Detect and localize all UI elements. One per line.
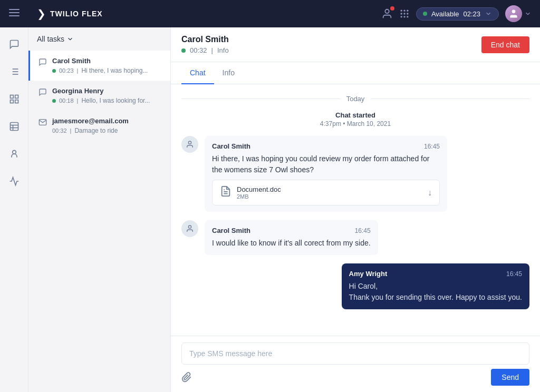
sidebar-chart-icon[interactable] <box>6 173 23 190</box>
task-chat-icon <box>38 58 47 68</box>
attach-button[interactable] <box>181 372 192 383</box>
status-pill[interactable]: Available 02:23 <box>416 7 499 21</box>
file-size: 2MB <box>237 193 422 200</box>
svg-point-27 <box>407 16 408 17</box>
svg-rect-9 <box>10 95 13 99</box>
task-item[interactable]: Georgina Henry 00:18 | Hello, I was look… <box>28 81 170 111</box>
message-bubble: Carol Smith 16:45 I would like to know i… <box>205 220 378 255</box>
svg-point-25 <box>400 16 402 17</box>
agent-message-bubble: Amy Wright 16:45 Hi Carol,Thank you for … <box>342 263 529 309</box>
svg-point-19 <box>400 10 402 12</box>
messages-area: Today Chat started 4:37pm • March 10, 20… <box>171 84 540 336</box>
svg-rect-1 <box>9 12 20 13</box>
message-group: Carol Smith 16:45 Hi there, I was hoping… <box>181 136 529 212</box>
chat-started: Chat started 4:37pm • March 10, 2021 <box>181 111 529 128</box>
message-time: 16:45 <box>355 227 371 234</box>
tab-chat[interactable]: Chat <box>181 62 214 84</box>
app-name: TWILIO FLEX <box>50 9 103 18</box>
task-preview: Hello, I was looking for... <box>81 97 150 104</box>
chat-tabs: Chat Info <box>171 62 540 84</box>
chat-timer: 00:32 <box>190 46 207 54</box>
notification-badge <box>390 6 394 11</box>
sidebar-list-icon[interactable] <box>6 63 23 80</box>
svg-point-20 <box>403 10 405 12</box>
status-indicator <box>423 12 427 16</box>
task-item[interactable]: jamesmore@email.com 00:32 | Damage to ri… <box>28 111 170 141</box>
svg-rect-11 <box>10 100 13 103</box>
sidebar-chat-icon[interactable] <box>6 36 23 53</box>
task-email-icon <box>38 118 47 129</box>
sidebar-badge-icon[interactable] <box>6 145 23 162</box>
svg-point-17 <box>12 150 16 154</box>
message-sender: Carol Smith <box>212 142 250 150</box>
svg-rect-2 <box>9 15 20 16</box>
message-text: I would like to know if it's all corect … <box>212 238 371 249</box>
chat-contact-name: Carol Smith <box>181 35 229 44</box>
status-timer: 02:23 <box>463 10 480 18</box>
chat-started-timestamp: 4:37pm • March 10, 2021 <box>181 120 529 128</box>
end-chat-button[interactable]: End chat <box>481 36 529 53</box>
download-icon[interactable]: ↓ <box>428 188 432 198</box>
message-sender: Amy Wright <box>349 270 388 278</box>
svg-point-26 <box>403 16 405 17</box>
file-name: Document.doc <box>237 185 422 193</box>
send-button[interactable]: Send <box>491 369 529 386</box>
chat-info-link[interactable]: Info <box>217 46 229 54</box>
chat-started-title: Chat started <box>181 111 529 119</box>
svg-point-22 <box>400 13 402 14</box>
task-item[interactable]: Carol Smith 00:23 | Hi there, I was hopi… <box>28 51 170 81</box>
hamburger-icon[interactable] <box>9 7 20 20</box>
svg-rect-0 <box>9 9 20 10</box>
svg-point-21 <box>407 10 408 12</box>
task-name: jamesmore@email.com <box>52 117 162 125</box>
message-bubble: Carol Smith 16:45 Hi there, I was hoping… <box>205 136 447 212</box>
customer-avatar <box>181 220 198 237</box>
svg-point-29 <box>188 141 191 144</box>
task-online-dot <box>52 69 56 73</box>
avatar-container[interactable] <box>505 5 532 22</box>
task-chat-icon <box>38 88 47 99</box>
date-divider: Today <box>181 95 529 103</box>
message-time: 16:45 <box>506 270 522 278</box>
logo-icon: ❯ <box>37 7 46 20</box>
svg-rect-13 <box>10 123 18 131</box>
task-name: Carol Smith <box>52 57 162 65</box>
status-label: Available <box>431 10 459 18</box>
task-preview: Hi there, I was hoping... <box>81 67 148 74</box>
all-tasks-filter[interactable]: All tasks <box>37 35 74 43</box>
notification-icon[interactable] <box>381 8 393 19</box>
svg-point-28 <box>512 10 516 14</box>
svg-point-24 <box>407 13 408 14</box>
file-doc-icon <box>220 185 232 200</box>
file-attachment[interactable]: Document.doc 2MB ↓ <box>212 180 440 205</box>
message-sender: Carol Smith <box>212 227 250 234</box>
message-input[interactable] <box>181 342 529 365</box>
agent-message-container: Amy Wright 16:45 Hi Carol,Thank you for … <box>181 263 529 309</box>
svg-point-32 <box>188 226 191 228</box>
task-name: Georgina Henry <box>52 87 162 95</box>
message-group: Carol Smith 16:45 I would like to know i… <box>181 220 529 255</box>
input-area: Send <box>171 336 540 392</box>
message-time: 16:45 <box>424 143 440 150</box>
svg-point-18 <box>385 9 389 13</box>
tab-info[interactable]: Info <box>214 62 243 84</box>
task-timer: 00:18 <box>59 97 74 104</box>
svg-point-23 <box>403 13 405 14</box>
customer-avatar <box>181 136 198 153</box>
task-timer: 00:32 <box>52 128 67 134</box>
svg-rect-12 <box>15 100 18 103</box>
svg-rect-10 <box>15 95 18 99</box>
task-timer: 00:23 <box>59 67 74 74</box>
message-text: Hi Carol,Thank you for sending this over… <box>349 281 522 303</box>
message-text: Hi there, I was hoping you could review … <box>212 153 440 175</box>
task-preview: Damage to ride <box>74 127 118 134</box>
sidebar-grid-icon[interactable] <box>6 91 23 107</box>
grid-apps-icon[interactable] <box>399 8 410 19</box>
task-online-dot <box>52 99 56 103</box>
task-items-list: Carol Smith 00:23 | Hi there, I was hopi… <box>28 51 170 392</box>
avatar <box>505 5 522 22</box>
chat-status-dot <box>181 48 186 53</box>
sidebar-table-icon[interactable] <box>6 118 23 135</box>
